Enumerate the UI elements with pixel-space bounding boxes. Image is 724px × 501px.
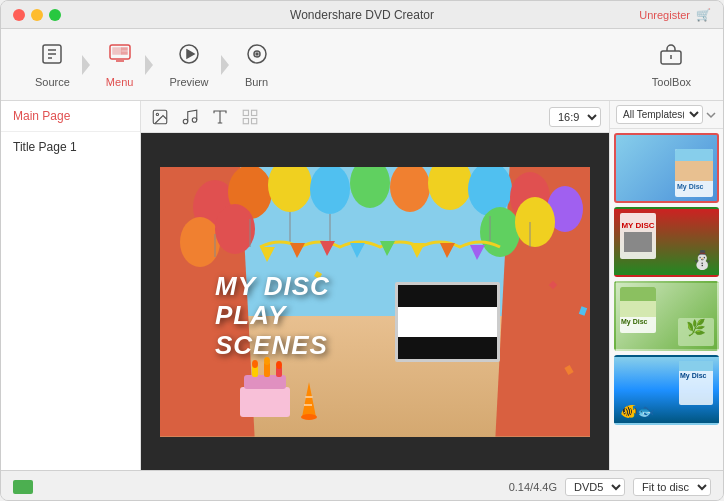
center-area: 16:9 4:3 — [141, 101, 609, 470]
fit-mode-select[interactable]: Fit to disc Custom — [633, 478, 711, 496]
cart-icon[interactable]: 🛒 — [696, 8, 711, 22]
template-thumbnail-4[interactable]: 🐠🐟 My Disc — [614, 355, 719, 425]
svg-rect-58 — [240, 387, 290, 417]
close-button[interactable] — [13, 9, 25, 21]
svg-rect-6 — [122, 48, 127, 50]
grid-tool-icon — [239, 106, 261, 128]
svg-point-18 — [183, 119, 188, 124]
unregister-link[interactable]: Unregister — [639, 9, 690, 21]
burn-label: Burn — [245, 76, 268, 88]
toolbar-item-preview[interactable]: Preview — [151, 34, 226, 96]
sidebar-item-title-page[interactable]: Title Page 1 — [1, 132, 140, 162]
ratio-select[interactable]: 16:9 4:3 — [549, 107, 601, 127]
progress-indicator — [13, 480, 33, 494]
svg-rect-22 — [243, 110, 248, 115]
menu-icon — [108, 42, 132, 72]
sidebar-header: Main Page — [1, 101, 140, 132]
svg-point-64 — [264, 357, 270, 365]
svg-rect-59 — [244, 375, 286, 389]
right-panel: All Templates(123) My Disc MY DISC — [609, 101, 723, 470]
preview-label: Preview — [169, 76, 208, 88]
traffic-lights — [13, 9, 61, 21]
template-thumbnails: My Disc MY DISC ⛄ My Disc 🌿 — [610, 129, 723, 470]
toolbar: Source Menu Previ — [1, 29, 723, 101]
svg-point-19 — [192, 117, 197, 122]
svg-point-17 — [156, 113, 158, 115]
music-tool-icon[interactable] — [179, 106, 201, 128]
svg-marker-10 — [187, 50, 194, 58]
template-thumbnail-2[interactable]: MY DISC ⛄ — [614, 207, 719, 277]
toolbar-item-burn[interactable]: Burn — [227, 34, 287, 96]
sidebar: Main Page Title Page 1 — [1, 101, 141, 470]
app-title: Wondershare DVD Creator — [290, 8, 434, 22]
preview-area: MY DISC PLAY SCENES — [141, 133, 609, 470]
center-toolbar: 16:9 4:3 — [141, 101, 609, 133]
source-label: Source — [35, 76, 70, 88]
minimize-button[interactable] — [31, 9, 43, 21]
svg-rect-5 — [113, 48, 121, 54]
source-icon — [40, 42, 64, 72]
svg-rect-7 — [122, 52, 127, 54]
image-tool-icon[interactable] — [149, 106, 171, 128]
svg-point-65 — [276, 361, 282, 369]
toolbar-item-menu[interactable]: Menu — [88, 34, 152, 96]
svg-point-63 — [252, 360, 258, 368]
title-bar: Wondershare DVD Creator Unregister 🛒 — [1, 1, 723, 29]
menu-label: Menu — [106, 76, 134, 88]
right-panel-header: All Templates(123) — [610, 101, 723, 129]
size-info: 0.14/4.4G — [509, 481, 557, 493]
toolbar-item-toolbox[interactable]: ToolBox — [636, 34, 707, 96]
svg-rect-23 — [252, 110, 257, 115]
status-bar: 0.14/4.4G DVD5 DVD9 Fit to disc Custom — [1, 470, 723, 501]
svg-rect-24 — [243, 118, 248, 123]
text-tool-icon[interactable] — [209, 106, 231, 128]
svg-rect-25 — [252, 118, 257, 123]
svg-point-67 — [301, 414, 317, 420]
toolbox-label: ToolBox — [652, 76, 691, 88]
toolbar-item-source[interactable]: Source — [17, 34, 88, 96]
disc-type-select[interactable]: DVD5 DVD9 — [565, 478, 625, 496]
svg-point-13 — [256, 53, 258, 55]
preview-icon — [177, 42, 201, 72]
svg-marker-66 — [302, 382, 316, 417]
title-bar-actions: Unregister 🛒 — [639, 8, 711, 22]
maximize-button[interactable] — [49, 9, 61, 21]
toolbox-icon — [659, 42, 683, 72]
toolbar-items: Source Menu Previ — [17, 34, 636, 96]
template-thumbnail-3[interactable]: My Disc 🌿 — [614, 281, 719, 351]
burn-icon — [245, 42, 269, 72]
main-content: Main Page Title Page 1 — [1, 101, 723, 470]
template-thumbnail-1[interactable]: My Disc — [614, 133, 719, 203]
chevron-down-icon — [705, 109, 717, 121]
template-filter-select[interactable]: All Templates(123) — [616, 105, 703, 124]
